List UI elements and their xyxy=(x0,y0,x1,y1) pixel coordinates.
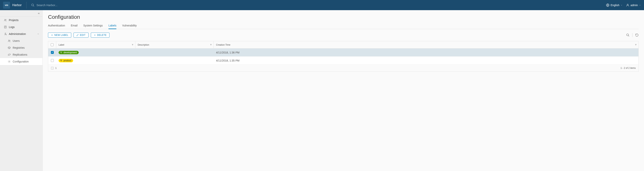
language-selector[interactable]: English xyxy=(606,3,622,7)
sidebar-item-registries[interactable]: Registries xyxy=(0,44,42,51)
chevron-down-icon xyxy=(620,4,622,6)
sidebar-item-label: Users xyxy=(13,39,20,42)
delete-button[interactable]: Delete xyxy=(91,33,110,38)
label-icon xyxy=(60,59,62,62)
table-row[interactable]: product 4/11/2018, 1:35 PM xyxy=(48,57,638,65)
label-icon xyxy=(60,51,62,54)
refresh-icon[interactable] xyxy=(635,33,638,37)
row-select-cell xyxy=(48,57,56,64)
chevron-down-icon xyxy=(639,4,641,6)
projects-icon xyxy=(4,18,7,22)
sidebar-item-label: Replications xyxy=(13,53,27,56)
table-row[interactable]: development 4/11/2018, 1:36 PM xyxy=(48,48,638,57)
column-label-text: Creation Time xyxy=(216,43,230,46)
logs-icon xyxy=(4,25,7,28)
pagination-range: 1 - 2 of 2 items xyxy=(620,67,636,69)
sidebar-item-users[interactable]: Users xyxy=(0,37,42,44)
user-label: admin xyxy=(630,4,638,7)
footer-checkbox xyxy=(51,67,54,70)
svg-point-5 xyxy=(4,19,6,20)
tab-email[interactable]: Email xyxy=(71,22,78,29)
svg-point-26 xyxy=(61,60,62,60)
creation-time-cell: 4/11/2018, 1:36 PM xyxy=(214,51,638,54)
svg-line-1 xyxy=(33,5,34,6)
page-title: Configuration xyxy=(48,14,638,20)
sidebar-item-logs[interactable]: Logs xyxy=(0,23,42,30)
select-all-checkbox[interactable] xyxy=(51,43,54,46)
toolbar: New Label Edit Delete xyxy=(48,33,638,38)
sidebar-item-configuration[interactable]: Configuration xyxy=(0,58,42,65)
sidebar-item-projects[interactable]: Projects xyxy=(0,17,42,23)
language-label: English xyxy=(610,4,620,7)
button-label: New Label xyxy=(54,34,68,36)
filter-icon[interactable] xyxy=(210,44,212,46)
button-label: Edit xyxy=(80,34,86,36)
new-label-button[interactable]: New Label xyxy=(48,33,71,38)
tab-labels[interactable]: Labels xyxy=(108,22,116,29)
user-menu[interactable]: admin xyxy=(626,3,641,7)
label-chip: development xyxy=(58,51,79,54)
column-header-label[interactable]: Label xyxy=(56,41,135,48)
filter-icon[interactable] xyxy=(132,44,134,46)
pencil-icon xyxy=(76,34,79,36)
svg-point-13 xyxy=(8,40,9,41)
svg-point-25 xyxy=(60,60,61,60)
registries-icon xyxy=(8,46,11,49)
app-name: Harbor xyxy=(12,3,22,7)
sidebar-item-replications[interactable]: Replications xyxy=(0,51,42,58)
label-chip: product xyxy=(58,59,73,62)
users-icon xyxy=(8,39,11,42)
tab-system-settings[interactable]: System Settings xyxy=(83,22,103,29)
svg-point-15 xyxy=(9,61,10,62)
close-icon xyxy=(94,34,96,36)
row-checkbox[interactable] xyxy=(51,59,54,62)
label-text: development xyxy=(64,51,77,54)
search-input[interactable] xyxy=(36,3,94,7)
search-container xyxy=(31,3,606,7)
footer-selection: 1 xyxy=(51,67,57,70)
toolbar-right xyxy=(626,33,638,37)
edit-button[interactable]: Edit xyxy=(74,33,88,38)
sidebar-item-administration[interactable]: Administration xyxy=(0,30,42,37)
column-header-creation-time[interactable]: Creation Time xyxy=(214,41,638,48)
label-cell: product xyxy=(56,59,135,62)
logo-badge: vm xyxy=(3,2,10,9)
header-divider xyxy=(26,2,26,9)
tab-authentication[interactable]: Authentication xyxy=(48,22,65,29)
svg-point-27 xyxy=(61,61,62,61)
user-icon xyxy=(626,3,630,7)
chevron-down-icon xyxy=(37,33,39,35)
select-all-cell xyxy=(48,41,56,48)
sidebar-item-label: Projects xyxy=(9,18,18,22)
plus-icon xyxy=(51,34,53,36)
filter-icon[interactable] xyxy=(635,44,637,46)
labels-table: Label Description Creation Time xyxy=(48,41,638,72)
search-icon[interactable] xyxy=(626,33,630,37)
table-header: Label Description Creation Time xyxy=(48,41,638,48)
svg-point-20 xyxy=(626,34,629,36)
svg-point-23 xyxy=(61,52,62,52)
svg-point-22 xyxy=(60,52,61,52)
svg-point-11 xyxy=(5,33,6,34)
table-footer: 1 1 - 2 of 2 items xyxy=(48,65,638,71)
administration-icon xyxy=(4,32,7,35)
search-icon xyxy=(31,3,34,7)
creation-time-cell: 4/11/2018, 1:35 PM xyxy=(214,59,638,62)
globe-icon xyxy=(606,3,610,7)
label-text: product xyxy=(64,59,71,62)
gear-icon xyxy=(8,60,11,63)
svg-point-4 xyxy=(627,4,628,5)
sidebar: Projects Logs Administration Users xyxy=(0,10,43,171)
sidebar-collapse-button[interactable] xyxy=(0,10,42,17)
svg-point-24 xyxy=(61,53,62,53)
main-content: Configuration Authentication Email Syste… xyxy=(43,10,644,171)
tab-vulnerability[interactable]: Vulnerability xyxy=(122,22,137,29)
sidebar-item-label: Logs xyxy=(9,25,14,28)
chevron-double-left-icon xyxy=(38,12,40,15)
svg-point-6 xyxy=(6,19,6,20)
label-cell: development xyxy=(56,51,135,54)
column-header-description[interactable]: Description xyxy=(135,41,214,48)
column-label-text: Label xyxy=(58,43,64,46)
toolbar-divider xyxy=(632,33,632,37)
row-checkbox[interactable] xyxy=(51,51,54,54)
